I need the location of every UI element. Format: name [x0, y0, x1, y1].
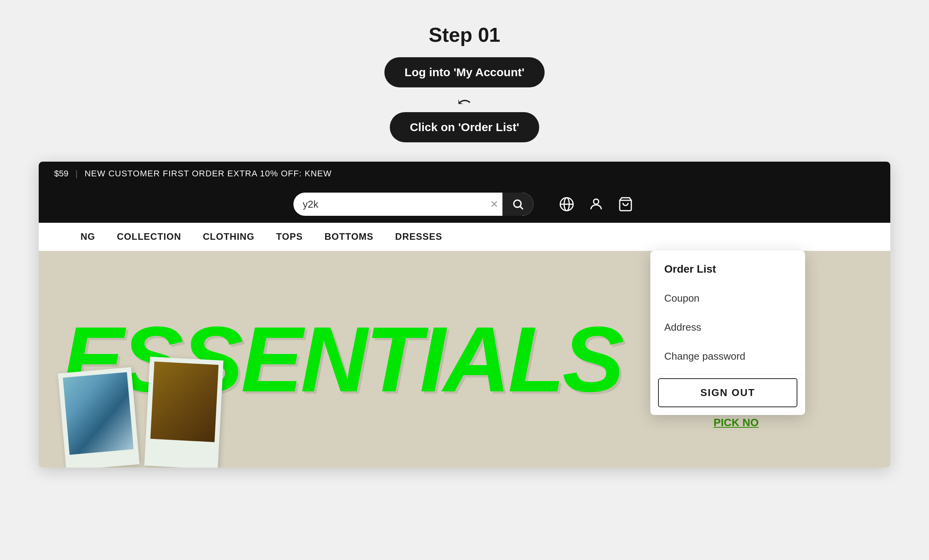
- order-list-button[interactable]: Click on 'Order List': [390, 112, 540, 142]
- search-input[interactable]: [293, 193, 486, 216]
- browser-window: $59 | NEW CUSTOMER FIRST ORDER EXTRA 10%…: [39, 162, 890, 468]
- nav-item-collection[interactable]: COLLECTION: [106, 223, 192, 251]
- polaroid-image-1: [63, 372, 134, 455]
- dropdown-change-password[interactable]: Change password: [650, 342, 805, 371]
- topbar-divider: |: [75, 169, 78, 179]
- nav-item-bottoms[interactable]: BOTTOMS: [314, 223, 384, 251]
- nav-item-clothing[interactable]: CLOTHING: [192, 223, 265, 251]
- cart-icon: [618, 196, 633, 212]
- nav-item-ng[interactable]: NG: [70, 223, 106, 251]
- polaroid-1: [58, 367, 139, 468]
- globe-button[interactable]: [557, 194, 577, 214]
- hero-photos: [62, 370, 221, 468]
- polaroid-2: [144, 357, 223, 468]
- promo-bar: $59 | NEW CUSTOMER FIRST ORDER EXTRA 10%…: [39, 162, 890, 186]
- polaroid-image-2: [150, 362, 218, 442]
- account-dropdown: Order List Coupon Address Change passwor…: [650, 251, 805, 415]
- clear-icon: ✕: [490, 198, 499, 210]
- nav-item-tops[interactable]: TOPS: [265, 223, 314, 251]
- user-icon: [588, 196, 604, 212]
- search-submit-button[interactable]: [502, 193, 533, 216]
- login-button[interactable]: Log into 'My Account': [384, 57, 545, 87]
- site-header: ✕: [39, 186, 890, 223]
- svg-line-1: [520, 207, 523, 209]
- cart-button[interactable]: [615, 194, 636, 214]
- signout-button[interactable]: SIGN OUT: [658, 378, 797, 407]
- dropdown-address[interactable]: Address: [650, 313, 805, 342]
- dropdown-divider: [650, 374, 805, 374]
- dropdown-order-list[interactable]: Order List: [650, 254, 805, 284]
- account-button[interactable]: [586, 194, 606, 214]
- pick-now-link[interactable]: PICK NO: [713, 417, 759, 429]
- step-title: Step 01: [429, 23, 500, 46]
- topbar-price: $59: [54, 169, 69, 179]
- step-section: Step 01 Log into 'My Account' ⤺ Click on…: [384, 23, 545, 146]
- dropdown-coupon[interactable]: Coupon: [650, 284, 805, 313]
- topbar-promo: NEW CUSTOMER FIRST ORDER EXTRA 10% OFF: …: [84, 169, 331, 179]
- header-icons: [557, 194, 636, 214]
- search-bar: ✕: [293, 193, 533, 216]
- chevron-icon: ⤺: [458, 94, 471, 110]
- search-clear-button[interactable]: ✕: [486, 198, 502, 210]
- search-icon: [512, 198, 524, 210]
- nav-item-dresses[interactable]: DRESSES: [384, 223, 453, 251]
- globe-icon: [559, 196, 574, 212]
- site-nav: NG COLLECTION CLOTHING TOPS BOTTOMS DRES…: [39, 223, 890, 251]
- svg-point-5: [593, 199, 598, 204]
